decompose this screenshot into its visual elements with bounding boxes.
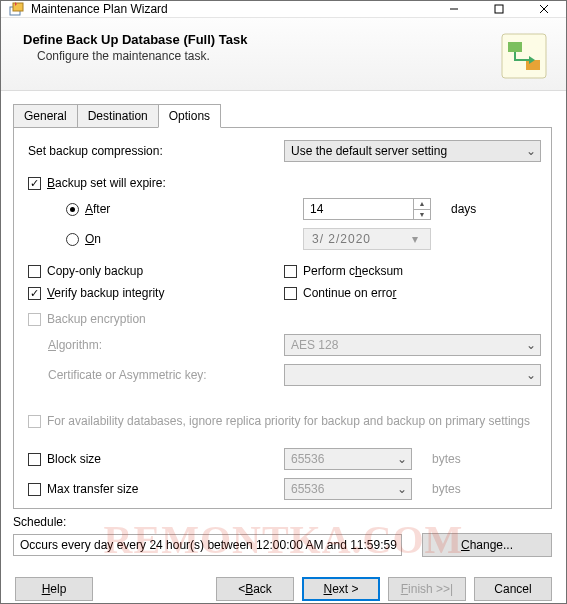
copy-only-label: Copy-only backup — [47, 264, 143, 278]
window-controls — [431, 1, 566, 17]
svg-rect-3 — [495, 5, 503, 13]
max-transfer-checkbox[interactable] — [28, 483, 41, 496]
compression-label: Set backup compression: — [28, 144, 284, 158]
verify-label: Verify backup integrity — [47, 286, 164, 300]
cancel-button[interactable]: Cancel — [474, 577, 552, 601]
days-unit: days — [451, 202, 476, 216]
page-title: Define Back Up Database (Full) Task — [23, 32, 492, 47]
chevron-down-icon: ⌄ — [393, 482, 411, 496]
copy-only-checkbox[interactable] — [28, 265, 41, 278]
continue-on-error-checkbox[interactable] — [284, 287, 297, 300]
algorithm-label: Algorithm: — [48, 338, 284, 352]
after-label: After — [85, 202, 303, 216]
block-size-label: Block size — [47, 452, 101, 466]
tab-destination[interactable]: Destination — [77, 104, 159, 128]
schedule-text: Occurs every day every 24 hour(s) betwee… — [13, 534, 402, 556]
backup-encryption-label: Backup encryption — [47, 312, 146, 326]
schedule-label: Schedule: — [1, 509, 566, 531]
certificate-select: ⌄ — [284, 364, 541, 386]
continue-on-error-label: Continue on error — [303, 286, 396, 300]
tabstrip: General Destination Options — [13, 104, 552, 128]
tab-options[interactable]: Options — [158, 104, 221, 128]
window-title: Maintenance Plan Wizard — [31, 2, 431, 16]
svg-rect-1 — [13, 3, 23, 11]
expire-label: Backup set will expire: — [47, 176, 166, 190]
minimize-button[interactable] — [431, 1, 476, 17]
close-button[interactable] — [521, 1, 566, 17]
header-pane: Define Back Up Database (Full) Task Conf… — [1, 18, 566, 91]
calendar-dropdown-icon: ▾ — [400, 229, 430, 249]
wizard-window: Maintenance Plan Wizard Define Back Up D… — [0, 0, 567, 604]
compression-value: Use the default server setting — [291, 144, 447, 158]
days-spinner[interactable]: ▲▼ — [413, 199, 430, 219]
titlebar: Maintenance Plan Wizard — [1, 1, 566, 18]
max-transfer-unit: bytes — [432, 482, 461, 496]
algorithm-value: AES 128 — [291, 338, 338, 352]
chevron-down-icon: ⌄ — [393, 452, 411, 466]
page-subtitle: Configure the maintenance task. — [23, 49, 492, 63]
days-value: 14 — [304, 202, 413, 216]
perform-checksum-checkbox[interactable] — [284, 265, 297, 278]
perform-checksum-label: Perform checksum — [303, 264, 403, 278]
tabs-area: General Destination Options Set backup c… — [1, 91, 566, 509]
availability-label: For availability databases, ignore repli… — [47, 414, 530, 428]
tab-panel-options: Set backup compression: Use the default … — [13, 127, 552, 509]
svg-rect-6 — [502, 34, 546, 78]
block-size-checkbox[interactable] — [28, 453, 41, 466]
date-input: 3/ 2/2020 ▾ — [303, 228, 431, 250]
on-radio[interactable] — [66, 233, 79, 246]
date-value: 3/ 2/2020 — [304, 232, 400, 246]
max-transfer-label: Max transfer size — [47, 482, 138, 496]
change-schedule-button[interactable]: Change... — [422, 533, 552, 557]
block-size-value: 65536 — [291, 452, 324, 466]
block-size-select: 65536 ⌄ — [284, 448, 412, 470]
verify-checkbox[interactable]: ✓ — [28, 287, 41, 300]
compression-select[interactable]: Use the default server setting ⌄ — [284, 140, 541, 162]
block-size-unit: bytes — [432, 452, 461, 466]
back-button[interactable]: < Back — [216, 577, 294, 601]
chevron-down-icon: ⌄ — [522, 368, 540, 382]
svg-rect-8 — [526, 60, 540, 70]
svg-rect-7 — [508, 42, 522, 52]
days-input[interactable]: 14 ▲▼ — [303, 198, 431, 220]
on-label: On — [85, 232, 303, 246]
tab-general[interactable]: General — [13, 104, 78, 128]
help-button[interactable]: Help — [15, 577, 93, 601]
maximize-button[interactable] — [476, 1, 521, 17]
max-transfer-value: 65536 — [291, 482, 324, 496]
after-radio[interactable] — [66, 203, 79, 216]
backup-task-icon — [500, 32, 548, 80]
next-button[interactable]: Next > — [302, 577, 380, 601]
expire-checkbox[interactable]: ✓ — [28, 177, 41, 190]
backup-encryption-checkbox — [28, 313, 41, 326]
max-transfer-select: 65536 ⌄ — [284, 478, 412, 500]
chevron-down-icon: ⌄ — [522, 338, 540, 352]
availability-checkbox — [28, 415, 41, 428]
wizard-icon — [9, 1, 25, 17]
certificate-label: Certificate or Asymmetric key: — [48, 368, 284, 382]
footer-bar: Help < Back Next > Finish >>| Cancel — [1, 567, 566, 604]
algorithm-select: AES 128 ⌄ — [284, 334, 541, 356]
chevron-down-icon: ⌄ — [522, 144, 540, 158]
finish-button: Finish >>| — [388, 577, 466, 601]
